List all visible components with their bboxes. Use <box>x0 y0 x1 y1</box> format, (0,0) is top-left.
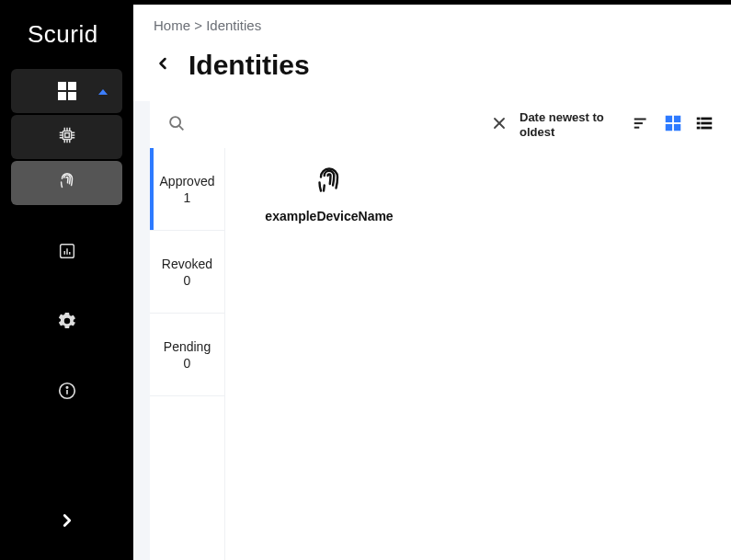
identity-cards: exampleDeviceName <box>225 148 731 560</box>
nav-analytics[interactable] <box>11 231 122 275</box>
svg-rect-1 <box>64 133 69 138</box>
svg-rect-36 <box>697 126 701 129</box>
breadcrumb-sep: > <box>194 17 202 33</box>
gear-icon <box>57 311 77 335</box>
svg-rect-25 <box>634 118 646 120</box>
identity-card[interactable]: exampleDeviceName <box>242 165 417 223</box>
svg-rect-31 <box>674 124 680 131</box>
list-icon <box>694 113 714 133</box>
svg-rect-0 <box>63 131 71 139</box>
sort-button[interactable] <box>632 113 652 137</box>
svg-point-20 <box>66 387 67 388</box>
chevron-left-icon <box>154 54 172 73</box>
nav-identities[interactable] <box>11 161 122 205</box>
main-content: Home > Identities Identities Date newest… <box>133 0 731 560</box>
status-label: Pending <box>164 339 211 354</box>
svg-rect-30 <box>666 124 672 131</box>
sidebar: Scurid <box>0 0 133 560</box>
toolbar: Date newest to oldest <box>150 101 731 148</box>
chevron-right-icon <box>57 510 77 534</box>
fingerprint-icon <box>313 165 346 201</box>
status-column: Approved 1 Revoked 0 Pending 0 <box>150 148 225 560</box>
nav-dashboard[interactable] <box>11 69 122 113</box>
nav-devices[interactable] <box>11 115 122 159</box>
breadcrumb-current: Identities <box>206 17 261 33</box>
breadcrumb: Home > Identities <box>133 5 731 40</box>
svg-rect-26 <box>634 122 643 124</box>
sidebar-expand[interactable] <box>0 492 133 560</box>
svg-rect-33 <box>701 117 712 120</box>
view-grid-button[interactable] <box>663 113 683 137</box>
svg-point-21 <box>170 117 180 127</box>
body-row: Approved 1 Revoked 0 Pending 0 <box>150 148 731 560</box>
sort-icon <box>632 113 652 133</box>
breadcrumb-home[interactable]: Home <box>154 17 190 33</box>
svg-rect-37 <box>701 126 712 129</box>
sort-label[interactable]: Date newest to oldest <box>520 110 621 139</box>
status-count: 0 <box>184 273 191 288</box>
status-count: 0 <box>184 356 191 371</box>
chart-icon <box>57 241 77 265</box>
fingerprint-icon <box>57 171 77 195</box>
back-button[interactable] <box>154 54 172 76</box>
info-icon <box>57 381 77 405</box>
clear-search-button[interactable] <box>490 114 508 136</box>
chip-icon <box>57 125 77 149</box>
status-approved[interactable]: Approved 1 <box>150 148 224 231</box>
status-label: Revoked <box>162 257 212 271</box>
nav-settings[interactable] <box>11 301 122 345</box>
view-list-button[interactable] <box>694 113 714 137</box>
svg-rect-32 <box>697 117 701 120</box>
close-icon <box>490 114 508 132</box>
svg-rect-28 <box>666 115 672 121</box>
svg-rect-35 <box>701 121 712 124</box>
brand-title: Scurid <box>0 11 133 67</box>
page-title-row: Identities <box>133 40 731 101</box>
status-count: 1 <box>184 190 191 205</box>
svg-line-22 <box>179 126 183 130</box>
grid-icon <box>663 113 683 133</box>
svg-rect-34 <box>697 121 701 124</box>
content-area: Date newest to oldest Approved 1 <box>133 101 731 560</box>
svg-rect-29 <box>674 115 680 121</box>
identity-name: exampleDeviceName <box>265 209 393 223</box>
status-label: Approved <box>160 174 215 189</box>
nav-info[interactable] <box>11 371 122 415</box>
search-icon <box>166 113 187 137</box>
status-pending[interactable]: Pending 0 <box>150 314 224 396</box>
nav-group <box>11 67 122 415</box>
search-input[interactable] <box>198 111 479 138</box>
page-title: Identities <box>188 50 310 81</box>
dashboard-icon <box>58 82 76 100</box>
svg-rect-27 <box>634 126 640 128</box>
status-revoked[interactable]: Revoked 0 <box>150 231 224 314</box>
